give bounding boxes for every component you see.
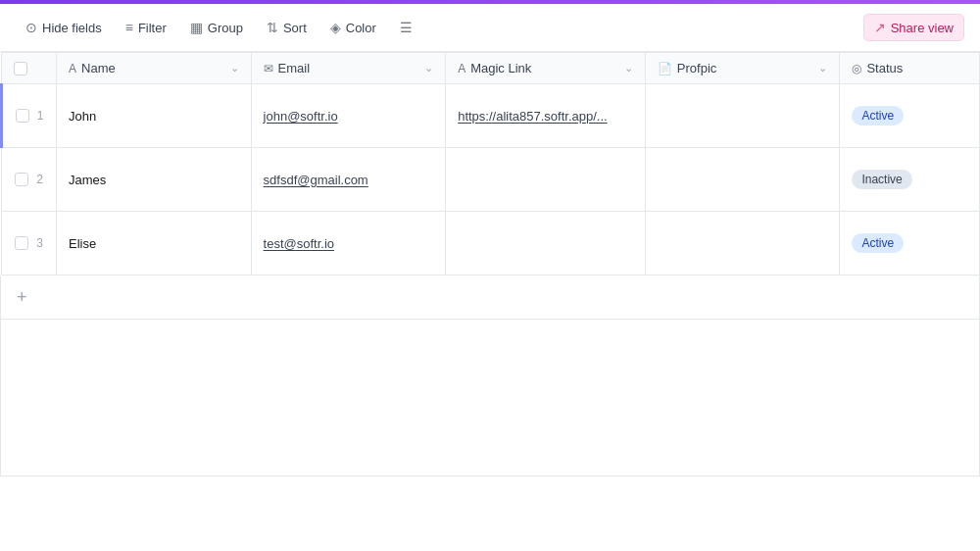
email-cell[interactable]: john@softr.io <box>251 84 446 148</box>
status-cell: Inactive <box>840 148 980 212</box>
data-table: A Name ⌄ ✉ Email ⌄ A Magic Link <box>0 52 980 276</box>
magic-link-cell[interactable] <box>446 212 646 276</box>
row-number: 3 <box>36 236 43 250</box>
status-badge: Inactive <box>852 170 911 189</box>
email-col-label: Email <box>278 61 311 75</box>
row-number: 2 <box>36 173 43 186</box>
status-cell: Active <box>840 84 980 148</box>
hide-fields-icon: ⊙ <box>25 20 37 35</box>
status-col-label: Status <box>866 61 903 75</box>
table-header-row: A Name ⌄ ✉ Email ⌄ A Magic Link <box>2 53 980 84</box>
row-num-cell: 1 <box>2 84 57 148</box>
magic-col-label: Magic Link <box>470 61 531 75</box>
col-header-email[interactable]: ✉ Email ⌄ <box>251 53 446 84</box>
filter-button[interactable]: ≡ Filter <box>116 15 176 40</box>
sort-button[interactable]: ⇅ Sort <box>257 15 317 40</box>
magic-link-cell[interactable]: https://alita857.softr.app/... <box>446 84 646 148</box>
name-value: John <box>69 109 96 124</box>
magic-link-value[interactable]: https://alita857.softr.app/... <box>458 109 607 124</box>
status-cell: Active <box>840 212 980 276</box>
table-row: 2Jamessdfsdf@gmail.comInactive <box>2 148 980 212</box>
name-col-sort-icon: ⌄ <box>230 62 239 75</box>
magic-link-cell[interactable] <box>446 148 646 212</box>
filter-icon: ≡ <box>125 20 133 35</box>
email-col-type-icon: ✉ <box>264 62 273 75</box>
profpic-cell <box>645 84 840 148</box>
col-header-magic-link[interactable]: A Magic Link ⌄ <box>446 53 646 84</box>
email-value[interactable]: sdfsdf@gmail.com <box>264 173 368 187</box>
profpic-col-sort-icon: ⌄ <box>818 62 827 75</box>
table-row: 3Elisetest@softr.ioActive <box>2 212 980 276</box>
table-container: A Name ⌄ ✉ Email ⌄ A Magic Link <box>0 52 980 476</box>
status-col-type-icon: ◎ <box>852 62 861 75</box>
row-num-cell: 3 <box>2 212 57 276</box>
group-icon: ▦ <box>190 20 203 35</box>
group-button[interactable]: ▦ Group <box>180 15 253 40</box>
sort-icon: ⇅ <box>267 20 278 35</box>
row-checkbox[interactable] <box>16 109 29 123</box>
header-checkbox[interactable] <box>14 62 27 75</box>
profpic-col-label: Profpic <box>677 61 716 75</box>
col-header-profpic[interactable]: 📄 Profpic ⌄ <box>645 53 840 84</box>
fields-button[interactable]: ☰ <box>390 15 422 40</box>
name-cell[interactable]: John <box>57 84 252 148</box>
add-row-icon: + <box>17 287 27 308</box>
profpic-col-type-icon: 📄 <box>658 62 672 75</box>
name-col-label: Name <box>81 61 116 75</box>
share-view-button[interactable]: ↗ Share view <box>863 14 964 41</box>
status-badge: Active <box>852 106 904 125</box>
magic-col-sort-icon: ⌄ <box>624 62 633 75</box>
row-number: 1 <box>37 109 44 123</box>
status-badge: Active <box>852 233 904 253</box>
table-row: 1Johnjohn@softr.iohttps://alita857.softr… <box>2 84 980 148</box>
profpic-cell <box>645 148 840 212</box>
col-header-name[interactable]: A Name ⌄ <box>57 53 252 84</box>
share-view-label: Share view <box>891 21 954 35</box>
email-cell[interactable]: sdfsdf@gmail.com <box>251 148 446 212</box>
name-value: Elise <box>69 236 96 251</box>
email-value[interactable]: john@softr.io <box>264 109 338 124</box>
add-row-button[interactable]: + <box>0 276 980 320</box>
col-header-status[interactable]: ◎ Status <box>840 53 980 84</box>
empty-area <box>0 320 980 476</box>
col-header-checkbox[interactable] <box>2 53 57 84</box>
fields-icon: ☰ <box>400 20 413 35</box>
toolbar: ⊙ Hide fields ≡ Filter ▦ Group ⇅ Sort ◈ … <box>0 4 980 52</box>
row-checkbox[interactable] <box>15 173 28 186</box>
name-cell[interactable]: Elise <box>57 212 252 276</box>
sort-label: Sort <box>283 21 307 35</box>
name-cell[interactable]: James <box>57 148 252 212</box>
email-cell[interactable]: test@softr.io <box>251 212 446 276</box>
hide-fields-button[interactable]: ⊙ Hide fields <box>16 15 112 40</box>
profpic-cell <box>645 212 840 276</box>
row-num-cell: 2 <box>2 148 57 212</box>
share-view-icon: ↗ <box>874 20 886 35</box>
group-label: Group <box>208 21 243 35</box>
color-label: Color <box>346 21 376 35</box>
filter-label: Filter <box>138 21 167 35</box>
email-col-sort-icon: ⌄ <box>424 62 433 75</box>
name-col-type-icon: A <box>69 62 76 75</box>
magic-col-type-icon: A <box>458 62 466 75</box>
row-checkbox[interactable] <box>15 236 28 250</box>
hide-fields-label: Hide fields <box>42 21 102 35</box>
color-button[interactable]: ◈ Color <box>320 15 386 40</box>
email-value[interactable]: test@softr.io <box>264 236 334 251</box>
name-value: James <box>69 173 106 187</box>
color-icon: ◈ <box>330 20 341 35</box>
